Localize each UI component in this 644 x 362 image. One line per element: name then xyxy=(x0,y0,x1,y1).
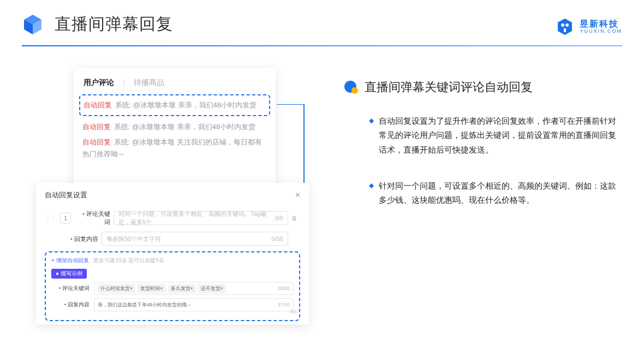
brand-icon xyxy=(556,17,574,36)
keyword-placeholder: 对同一个问题，可设置多个相近、高频的关键词。Tag确定，最多5个 xyxy=(118,210,275,226)
svg-point-7 xyxy=(351,87,358,94)
comments-card: 用户评论 | 待播商品 自动回复 系统: @冰墩墩本墩 亲亲，我们48小时内发货… xyxy=(74,68,276,194)
example-keyword-label: 评论关键词 xyxy=(51,285,94,292)
slide-header: 直播间弹幕回复 xyxy=(0,0,644,35)
bullet-point: 针对同一个问题，可设置多个相近的、高频的关键词。例如：这款多少钱、这块能优惠吗、… xyxy=(369,179,622,208)
brand-name: 昱新科技 xyxy=(580,19,622,29)
keyword-tag[interactable]: 多久发货× xyxy=(168,284,196,293)
keyword-tag[interactable]: 还不发货× xyxy=(198,284,226,293)
example-content-label: 回复内容 xyxy=(51,301,94,309)
svg-point-4 xyxy=(565,23,569,27)
tab-divider: | xyxy=(123,78,125,88)
example-keyword-input[interactable]: 什么时候发货× 发货时间× 多久发货× 还不发货× 20/50 xyxy=(94,282,294,295)
highlighted-comment: 自动回复 系统: @冰墩墩本墩 亲亲，我们48小时内发货 xyxy=(79,94,270,116)
auto-reply-badge: 自动回复 xyxy=(82,138,111,146)
brand-logo: 昱新科技 YUUXIN.COM xyxy=(556,17,622,36)
svg-rect-5 xyxy=(564,28,566,32)
page-title: 直播间弹幕回复 xyxy=(55,13,173,35)
example-content-text: 亲，我们这边都是下单48小时内发货的哦～ xyxy=(98,301,192,309)
keyword-tag[interactable]: 发货时间× xyxy=(138,284,165,293)
settings-card: 自动回复设置 × ⋮⋮ 1 评论关键词 对同一个问题，可设置多个相近、高频的关键… xyxy=(36,183,309,324)
bullet-icon xyxy=(344,80,358,94)
comment-row: 自动回复 系统: @冰墩墩本墩 亲亲，我们48小时内发货 xyxy=(81,119,268,135)
example-section: + 增加自动回复 最多可建10条 还可以创建9条 ● 填写示例 评论关键词 什么… xyxy=(45,251,300,321)
tab-user-comments[interactable]: 用户评论 xyxy=(84,78,114,88)
content-label: 回复内容 xyxy=(67,235,98,243)
add-limit-text: 最多可建10条 还可以创建9条 xyxy=(93,257,164,263)
comment-text: 系统: @冰墩墩本墩 亲亲，我们48小时内发货 xyxy=(114,123,256,131)
bullet-point: 自动回复设置为了提升作者的评论回复效率，作者可在开播前针对常见的评论用户问题，提… xyxy=(369,114,622,157)
cube-icon xyxy=(22,14,44,35)
example-content-count: 37/50 xyxy=(277,302,290,307)
keyword-tag[interactable]: 什么时候发货× xyxy=(98,284,135,293)
footer-count: /50 xyxy=(290,309,297,315)
tabs: 用户评论 | 待播商品 xyxy=(81,78,268,88)
brand-domain: YUUXIN.COM xyxy=(580,29,622,34)
content-count: 0/50 xyxy=(272,236,283,242)
comment-row: 自动回复 系统: @冰墩墩本墩 关注我们的店铺，每日都有热门推荐呦～ xyxy=(81,135,268,162)
auto-reply-badge: 自动回复 xyxy=(84,101,112,109)
auto-reply-badge: 自动回复 xyxy=(82,123,111,131)
example-keyword-row: 评论关键词 什么时候发货× 发货时间× 多久发货× 还不发货× 20/50 xyxy=(51,282,294,295)
section-heading: 直播间弹幕关键词评论自动回复 xyxy=(365,79,533,95)
example-content-input[interactable]: 亲，我们这边都是下单48小时内发货的哦～ 37/50 xyxy=(94,298,294,311)
example-pill: ● 填写示例 xyxy=(51,269,87,279)
keyword-input[interactable]: 对同一个问题，可设置多个相近、高频的关键词。Tag确定，最多5个 0/5 xyxy=(114,211,288,225)
comment-text: 系统: @冰墩墩本墩 亲亲，我们48小时内发货 xyxy=(115,101,257,109)
keyword-count: 0/5 xyxy=(275,215,283,221)
comment-row: 自动回复 系统: @冰墩墩本墩 亲亲，我们48小时内发货 xyxy=(82,98,267,113)
keyword-label: 评论关键词 xyxy=(79,210,110,226)
description-panel: 直播间弹幕关键词评论自动回复 自动回复设置为了提升作者的评论回复效率，作者可在开… xyxy=(344,68,622,229)
tab-pending-goods[interactable]: 待播商品 xyxy=(134,78,164,88)
setting-row-keyword: ⋮⋮ 1 评论关键词 对同一个问题，可设置多个相近、高频的关键词。Tag确定，最… xyxy=(45,210,300,226)
add-auto-reply-link[interactable]: + 增加自动回复 最多可建10条 还可以创建9条 xyxy=(51,257,294,264)
close-icon[interactable]: × xyxy=(295,190,300,200)
row-index: 1 xyxy=(60,213,71,224)
example-keyword-count: 20/50 xyxy=(277,286,290,291)
mock-panel: 用户评论 | 待播商品 自动回复 系统: @冰墩墩本墩 亲亲，我们48小时内发货… xyxy=(27,68,311,330)
drag-handle-icon[interactable]: ⋮⋮ xyxy=(45,215,57,222)
setting-row-content: 回复内容 每条限50个中文字符 0/50 xyxy=(45,232,300,246)
svg-point-3 xyxy=(561,23,564,27)
settings-title: 自动回复设置 xyxy=(45,190,87,200)
content-placeholder: 每条限50个中文字符 xyxy=(106,235,161,243)
content-input[interactable]: 每条限50个中文字符 0/50 xyxy=(102,232,288,246)
delete-icon[interactable]: 🗑 xyxy=(291,215,300,221)
example-content-row: 回复内容 亲，我们这边都是下单48小时内发货的哦～ 37/50 xyxy=(51,298,294,311)
